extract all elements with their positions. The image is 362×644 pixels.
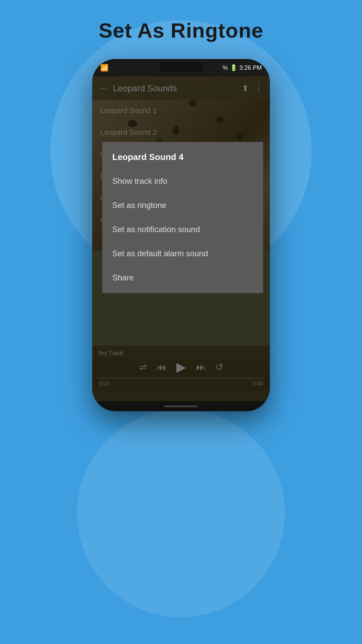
time-label: 3:26 PM (239, 64, 262, 71)
phone-frame: 📶 % 🔋 3:26 PM ← Leopard Sounds ⬆ ⋮ Leopa… (92, 59, 270, 411)
show-track-info-button[interactable]: Show track info (102, 169, 263, 193)
signal-icon: 📶 (100, 64, 109, 72)
context-menu: Leopard Sound 4 Show track info Set as r… (102, 142, 263, 293)
bg-circle-bottom (77, 409, 285, 617)
status-left: 📶 (100, 64, 109, 72)
page-title: Set As Ringtone (99, 18, 263, 42)
battery-percent: % (223, 64, 228, 71)
set-as-ringtone-button[interactable]: Set as ringtone (102, 193, 263, 217)
battery-icon: 🔋 (230, 64, 237, 71)
notch (159, 62, 203, 72)
set-as-notification-sound-button[interactable]: Set as notification sound (102, 217, 263, 241)
phone-bottom-bar (92, 401, 270, 411)
home-indicator (164, 406, 198, 407)
status-bar: 📶 % 🔋 3:26 PM (92, 59, 270, 76)
context-menu-title: Leopard Sound 4 (102, 149, 263, 169)
share-button-menu[interactable]: Share (102, 266, 263, 290)
phone-screen: ← Leopard Sounds ⬆ ⋮ Leopard Sound 1 Leo… (92, 76, 270, 401)
set-as-default-alarm-sound-button[interactable]: Set as default alarm sound (102, 241, 263, 266)
status-right: % 🔋 3:26 PM (223, 64, 262, 71)
